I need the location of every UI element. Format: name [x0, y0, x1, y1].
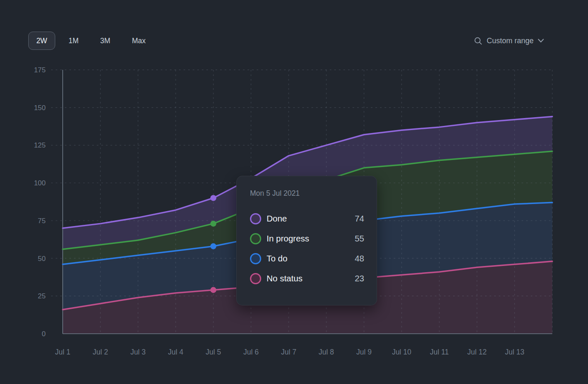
- y-tick-label: 50: [38, 255, 46, 263]
- y-tick-label: 25: [38, 292, 46, 300]
- y-tick-label: 0: [42, 330, 46, 338]
- tooltip-series-label: To do: [267, 254, 287, 263]
- x-tick-label: Jul 8: [318, 348, 334, 356]
- to-do-ring-icon: [250, 253, 261, 264]
- done-ring-icon: [250, 213, 261, 224]
- x-tick-label: Jul 4: [168, 348, 184, 356]
- x-tick-label: Jul 7: [281, 348, 296, 356]
- x-tick-label: Jul 5: [206, 348, 221, 356]
- chart-tooltip: Mon 5 Jul 2021 Done 74 In progress 55 To…: [236, 176, 377, 305]
- x-tick-label: Jul 12: [467, 348, 487, 356]
- tooltip-row-to-do: To do 48: [250, 249, 364, 268]
- marker-to-do[interactable]: [211, 243, 216, 249]
- x-tick-label: Jul 10: [392, 348, 412, 356]
- tooltip-series-label: Done: [267, 214, 287, 224]
- marker-no-status[interactable]: [211, 287, 216, 293]
- y-tick-label: 100: [34, 179, 46, 187]
- tooltip-row-done: Done 74: [250, 209, 364, 229]
- x-tick-label: Jul 3: [130, 348, 146, 356]
- no-status-ring-icon: [250, 273, 261, 284]
- y-tick-label: 150: [34, 104, 46, 112]
- x-tick-label: Jul 9: [356, 348, 372, 356]
- tooltip-date: Mon 5 Jul 2021: [250, 188, 364, 198]
- y-tick-label: 125: [34, 141, 46, 149]
- in-progress-ring-icon: [250, 233, 261, 244]
- x-tick-label: Jul 11: [430, 348, 448, 356]
- tooltip-series-value: 74: [355, 214, 364, 224]
- y-tick-label: 175: [34, 66, 46, 74]
- tooltip-row-in-progress: In progress 55: [250, 229, 364, 249]
- marker-done[interactable]: [211, 195, 216, 201]
- x-tick-label: Jul 13: [505, 348, 524, 356]
- tooltip-row-no-status: No status 23: [250, 268, 364, 288]
- tooltip-series-value: 23: [355, 273, 364, 283]
- tooltip-series-value: 48: [355, 254, 364, 263]
- x-tick-label: Jul 6: [243, 348, 259, 356]
- x-tick-label: Jul 1: [55, 348, 71, 356]
- tooltip-series-label: No status: [267, 273, 303, 283]
- tooltip-series-label: In progress: [267, 234, 309, 244]
- insights-panel: 2W 1M 3M Max Custom range 02550751001251…: [0, 0, 588, 384]
- tooltip-series-value: 55: [355, 234, 364, 244]
- marker-in-progress[interactable]: [211, 221, 216, 226]
- x-tick-label: Jul 2: [93, 348, 108, 356]
- y-tick-label: 75: [38, 217, 46, 225]
